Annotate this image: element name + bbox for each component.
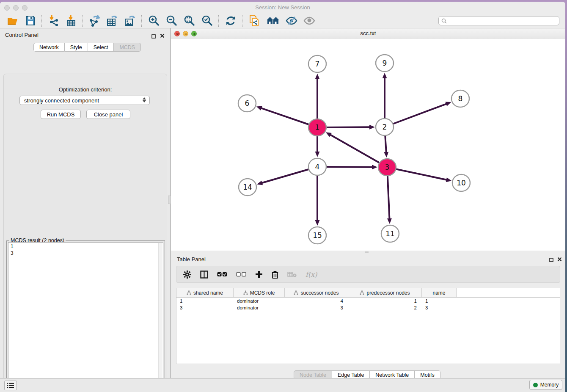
- column-header-successor-nodes[interactable]: successor nodes: [285, 288, 348, 297]
- network-view-window: scc.txt 1234678910111415: [171, 28, 565, 251]
- toolbar-separator: [218, 15, 219, 27]
- cell-predecessor-nodes: 1: [348, 298, 422, 304]
- result-scrollbar[interactable]: [158, 243, 162, 392]
- open-session-button[interactable]: [4, 14, 22, 28]
- task-history-button[interactable]: [4, 381, 17, 390]
- node-label-4: 4: [315, 163, 320, 171]
- save-icon: [25, 15, 36, 26]
- table-panel-close-icon[interactable]: [557, 256, 562, 263]
- node-label-10: 10: [457, 179, 466, 187]
- app-title: Session: New Session: [0, 4, 565, 11]
- memory-button[interactable]: Memory: [529, 380, 562, 390]
- select-stepper-icon: [143, 97, 146, 102]
- import-table-button[interactable]: [63, 14, 80, 28]
- first-neighbors-button[interactable]: [263, 14, 283, 28]
- panel-splitter-handle[interactable]: [168, 196, 171, 204]
- cell-successor-nodes: 4: [285, 298, 348, 304]
- import-table-icon: [66, 15, 77, 27]
- node-label-14: 14: [243, 183, 252, 191]
- column-label: MCDS role: [250, 290, 275, 296]
- export-network-button[interactable]: [85, 14, 103, 28]
- search-input[interactable]: [449, 17, 559, 25]
- column-header-name[interactable]: name: [422, 288, 457, 297]
- edge-arrowhead: [384, 152, 388, 157]
- hide-selected-button[interactable]: [283, 14, 300, 28]
- apply-layout-button[interactable]: [222, 14, 239, 28]
- edge-arrowhead: [369, 125, 375, 130]
- search-icon: [441, 18, 447, 24]
- edge-3-1[interactable]: [330, 134, 387, 167]
- column-header-shared-name[interactable]: shared name: [176, 288, 234, 297]
- table-row[interactable]: 3dominator323: [176, 304, 560, 311]
- cell-name: 3: [422, 304, 457, 311]
- clone-network-icon: [248, 14, 260, 27]
- tab-mcds[interactable]: MCDS: [114, 43, 141, 52]
- column-header-mcds-role[interactable]: MCDS role: [234, 288, 285, 297]
- gear-icon: [183, 271, 191, 279]
- deselect-all-columns-button[interactable]: [236, 272, 246, 277]
- import-network-icon: [48, 15, 60, 27]
- column-label: predecessor nodes: [366, 290, 410, 296]
- list-icon: [7, 383, 14, 388]
- edge-arrowhead: [256, 106, 262, 110]
- zoom-in-button[interactable]: [145, 14, 162, 28]
- edge-arrowhead: [387, 218, 392, 224]
- zoom-fit-icon: [183, 15, 195, 27]
- toggle-panel-layout-button[interactable]: [200, 271, 208, 279]
- tab-select[interactable]: Select: [88, 43, 114, 52]
- node-label-2: 2: [383, 123, 387, 131]
- import-network-button[interactable]: [45, 14, 63, 28]
- zoom-out-icon: [165, 15, 177, 27]
- tab-style[interactable]: Style: [65, 43, 88, 52]
- criterion-select[interactable]: strongly connected component: [19, 96, 150, 105]
- split-panel-icon: [200, 271, 208, 279]
- node-label-6: 6: [245, 99, 250, 108]
- toolbar-separator: [41, 15, 42, 27]
- memory-status-icon: [533, 383, 538, 387]
- table-panel-float-icon[interactable]: [549, 256, 553, 264]
- node-label-9: 9: [383, 59, 387, 67]
- network-canvas[interactable]: 1234678910111415: [171, 39, 565, 251]
- mcds-result-groupbox: MCDS result (2 nodes) 1 3: [6, 240, 165, 392]
- column-header-predecessor-nodes[interactable]: predecessor nodes: [348, 288, 422, 297]
- add-column-button[interactable]: [255, 271, 263, 278]
- zoom-fit-button[interactable]: [180, 14, 198, 28]
- show-all-button[interactable]: [300, 14, 318, 28]
- clone-network-button[interactable]: [245, 14, 263, 28]
- edge-arrowhead: [372, 165, 377, 169]
- node-label-1: 1: [315, 123, 320, 132]
- delete-column-button[interactable]: [272, 271, 278, 279]
- eye-icon: [303, 16, 315, 26]
- cell-mcds-role: dominator: [234, 298, 285, 304]
- close-panel-button[interactable]: Close panel: [86, 110, 130, 119]
- criterion-value: strongly connected component: [24, 97, 99, 104]
- mcds-panel: Optimization criterion: strongly connect…: [3, 74, 167, 392]
- edge-arrowhead: [257, 181, 263, 185]
- plus-icon: [255, 271, 263, 278]
- control-panel-close-icon[interactable]: [160, 32, 165, 40]
- toolbar-separator: [242, 15, 243, 27]
- export-network-icon: [88, 15, 100, 27]
- edge-2-8[interactable]: [385, 104, 447, 127]
- optimization-criterion-label: Optimization criterion:: [4, 86, 167, 93]
- export-table-button[interactable]: [103, 14, 121, 28]
- zoom-out-button[interactable]: [162, 14, 180, 28]
- zoom-in-icon: [148, 15, 160, 27]
- control-panel-float-icon[interactable]: [151, 33, 156, 40]
- refresh-icon: [225, 15, 237, 26]
- run-mcds-button[interactable]: Run MCDS: [41, 110, 81, 119]
- select-all-columns-button[interactable]: [217, 272, 227, 277]
- table-settings-button[interactable]: [183, 271, 191, 279]
- node-label-8: 8: [458, 94, 463, 103]
- main-toolbar: [0, 14, 565, 28]
- trash-icon: [272, 271, 278, 279]
- tab-network[interactable]: Network: [33, 43, 65, 52]
- edge-arrowhead: [315, 74, 320, 79]
- save-session-button[interactable]: [22, 14, 39, 28]
- zoom-selected-button[interactable]: [198, 14, 216, 28]
- table-header-row: shared nameMCDS rolesuccessor nodesprede…: [176, 288, 560, 298]
- mcds-result-textarea[interactable]: 1 3: [8, 242, 163, 392]
- export-image-button[interactable]: [121, 14, 139, 28]
- table-row[interactable]: 1dominator411: [176, 298, 560, 304]
- node-label-11: 11: [385, 229, 395, 238]
